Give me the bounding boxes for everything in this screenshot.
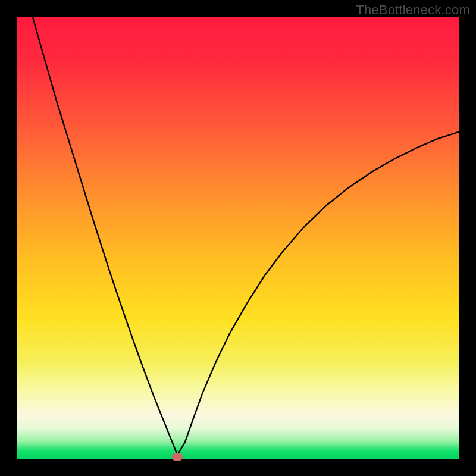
watermark-text: TheBottleneck.com xyxy=(356,2,470,18)
bottleneck-curve xyxy=(17,17,459,459)
optimal-point-marker xyxy=(172,453,183,461)
chart-frame: TheBottleneck.com xyxy=(0,0,476,476)
plot-area xyxy=(17,17,459,459)
